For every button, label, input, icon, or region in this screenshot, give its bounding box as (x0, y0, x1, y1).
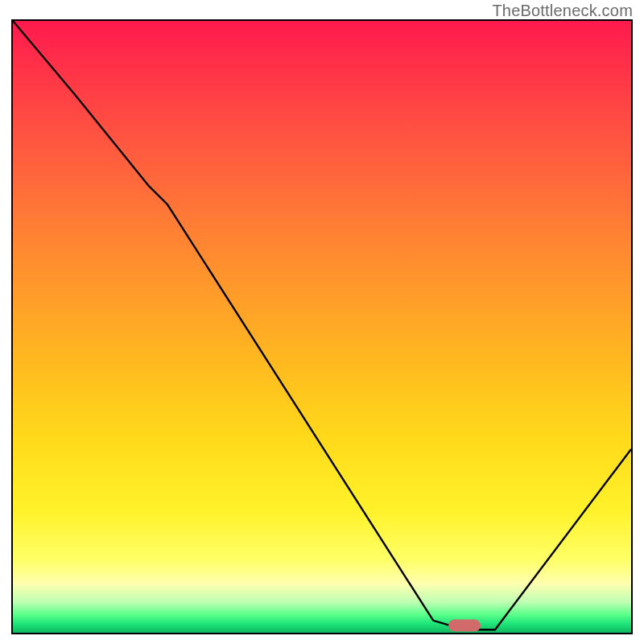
optimum-marker (448, 619, 481, 631)
chart-frame (11, 19, 633, 634)
chart-curve (13, 21, 631, 633)
curve-path (13, 21, 631, 630)
watermark-text: TheBottleneck.com (492, 2, 633, 20)
